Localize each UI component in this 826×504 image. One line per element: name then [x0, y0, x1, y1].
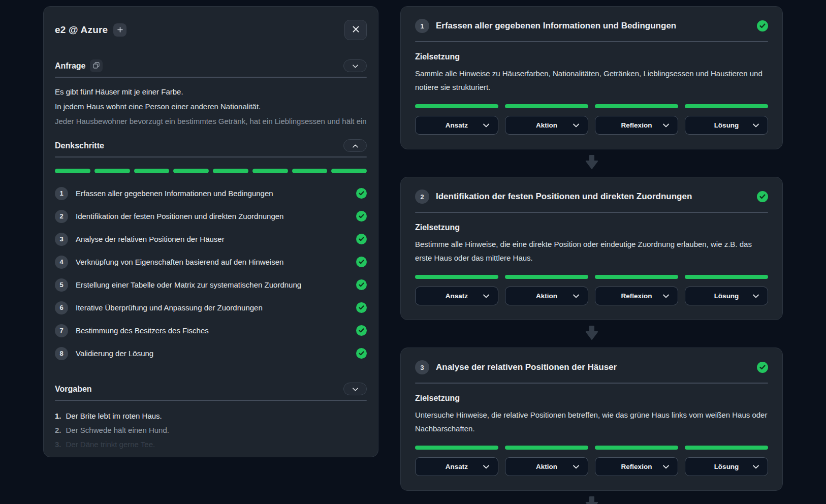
goal-heading: Zielsetzung: [415, 394, 768, 403]
dropdown-reflexion[interactable]: Reflexion: [595, 287, 678, 305]
progress-segment: [94, 169, 130, 173]
anfrage-collapse-button[interactable]: [343, 59, 367, 72]
dropdown-label: Reflexion: [621, 292, 652, 300]
step-item[interactable]: 2 Identifikation der festen Positionen u…: [55, 209, 367, 223]
chevron-down-icon: [573, 465, 579, 469]
step-item[interactable]: 6 Iterative Überprüfung und Anpassung de…: [55, 301, 367, 314]
constraint-number: 3.: [55, 437, 61, 452]
chevron-down-icon: [753, 465, 759, 469]
dropdown-loesung[interactable]: Lösung: [685, 116, 768, 135]
chevron-down-icon: [753, 123, 759, 128]
chevron-down-icon: [573, 123, 579, 128]
chevron-down-icon: [663, 294, 669, 298]
card-button-row: Ansatz Aktion Reflexion Lösung: [415, 287, 768, 305]
request-line: In jedem Haus wohnt eine Person einer an…: [55, 99, 367, 114]
request-line: Es gibt fünf Häuser mit je einer Farbe.: [55, 84, 367, 99]
progress-segment: [55, 169, 90, 173]
vorgaben-collapse-button[interactable]: [343, 383, 367, 395]
plus-icon: [117, 26, 123, 34]
divider: [55, 77, 367, 78]
step-card-2: 2 Identifikation der festen Positionen u…: [400, 177, 783, 320]
step-item[interactable]: 1 Erfassen aller gegebenen Informationen…: [55, 186, 367, 200]
step-item[interactable]: 7 Bestimmung des Besitzers des Fisches: [55, 324, 367, 337]
step-number-badge: 8: [55, 347, 68, 360]
check-icon: [356, 234, 367, 244]
progress-segment: [252, 169, 288, 173]
dropdown-reflexion[interactable]: Reflexion: [595, 116, 678, 135]
card-progress-bar: [415, 446, 768, 450]
constraint-item: 2. Der Schwede hält einen Hund.: [55, 423, 367, 437]
step-label: Analyse der relativen Positionen der Häu…: [76, 235, 225, 243]
step-number-badge: 1: [415, 19, 429, 33]
constraints-list: 1. Der Brite lebt im roten Haus. 2. Der …: [55, 409, 367, 452]
add-button[interactable]: [113, 23, 126, 37]
copy-button[interactable]: [90, 59, 103, 72]
progress-segment: [505, 275, 588, 279]
dropdown-label: Lösung: [714, 292, 739, 300]
progress-segment: [173, 169, 209, 173]
step-number-badge: 4: [55, 256, 68, 269]
copy-icon: [93, 62, 100, 70]
goal-heading: Zielsetzung: [415, 223, 768, 232]
dropdown-ansatz[interactable]: Ansatz: [415, 287, 498, 305]
step-label: Verknüpfung von Eigenschaften basierend …: [76, 258, 283, 266]
dropdown-ansatz[interactable]: Ansatz: [415, 457, 498, 476]
dropdown-loesung[interactable]: Lösung: [685, 287, 768, 305]
chevron-down-icon: [663, 465, 669, 469]
chevron-down-icon: [353, 62, 358, 70]
step-item[interactable]: 5 Erstellung einer Tabelle oder Matrix z…: [55, 278, 367, 292]
progress-segment: [685, 275, 768, 279]
card-title: Erfassen aller gegebenen Informationen u…: [436, 21, 676, 31]
progress-segment: [134, 169, 170, 173]
goal-description: Sammle alle Hinweise zu Häuserfarben, Na…: [415, 67, 768, 94]
step-label: Identifikation der festen Positionen und…: [76, 212, 283, 220]
divider: [415, 383, 768, 384]
check-icon: [757, 191, 768, 202]
card-title: Analyse der relativen Positionen der Häu…: [436, 362, 617, 372]
chevron-down-icon: [753, 294, 759, 298]
step-item[interactable]: 3 Analyse der relativen Positionen der H…: [55, 232, 367, 246]
step-number-badge: 3: [415, 360, 429, 374]
progress-segment: [292, 169, 328, 173]
dropdown-reflexion[interactable]: Reflexion: [595, 457, 678, 476]
step-number-badge: 2: [415, 190, 429, 204]
dropdown-label: Aktion: [536, 292, 557, 300]
check-icon: [356, 325, 367, 336]
dropdown-label: Ansatz: [446, 121, 468, 129]
divider: [415, 212, 768, 213]
app-background: e2 @ Azure Anfrage: [0, 0, 826, 504]
progress-segment: [331, 169, 367, 173]
request-text: Es gibt fünf Häuser mit je einer Farbe. …: [55, 84, 367, 131]
steps-detail-column: 1 Erfassen aller gegebenen Informationen…: [400, 6, 783, 504]
constraint-text: Der Däne trinkt gerne Tee.: [66, 437, 155, 452]
card-header: 3 Analyse der relativen Positionen der H…: [415, 360, 768, 374]
dropdown-label: Ansatz: [446, 292, 468, 300]
dropdown-aktion[interactable]: Aktion: [505, 116, 588, 135]
check-icon: [356, 302, 367, 313]
dropdown-label: Ansatz: [446, 463, 468, 470]
step-card-1: 1 Erfassen aller gegebenen Informationen…: [400, 6, 783, 149]
step-item[interactable]: 8 Validierung der Lösung: [55, 346, 367, 360]
dropdown-aktion[interactable]: Aktion: [505, 287, 588, 305]
constraint-text: Der Brite lebt im roten Haus.: [66, 409, 162, 423]
step-number-badge: 1: [55, 187, 68, 200]
goal-heading: Zielsetzung: [415, 52, 768, 61]
chevron-down-icon: [663, 123, 669, 128]
card-title: Identifikation der festen Positionen und…: [436, 192, 692, 202]
step-number-badge: 6: [55, 301, 68, 314]
step-label: Erfassen aller gegebenen Informationen u…: [76, 189, 273, 198]
step-item[interactable]: 4 Verknüpfung von Eigenschaften basieren…: [55, 255, 367, 269]
denkschritte-collapse-button[interactable]: [343, 139, 367, 152]
dropdown-ansatz[interactable]: Ansatz: [415, 116, 498, 135]
divider: [55, 400, 367, 401]
goal-description: Bestimme alle Hinweise, die eine direkte…: [415, 237, 768, 265]
step-number-badge: 7: [55, 324, 68, 337]
progress-segment: [685, 104, 768, 108]
close-button[interactable]: [344, 20, 367, 40]
check-icon: [356, 257, 367, 267]
step-label: Bestimmung des Besitzers des Fisches: [76, 326, 209, 335]
dropdown-loesung[interactable]: Lösung: [685, 457, 768, 476]
request-line: bestimmtes Haustier.: [55, 129, 367, 131]
step-number-badge: 2: [55, 210, 68, 223]
dropdown-aktion[interactable]: Aktion: [505, 457, 588, 476]
